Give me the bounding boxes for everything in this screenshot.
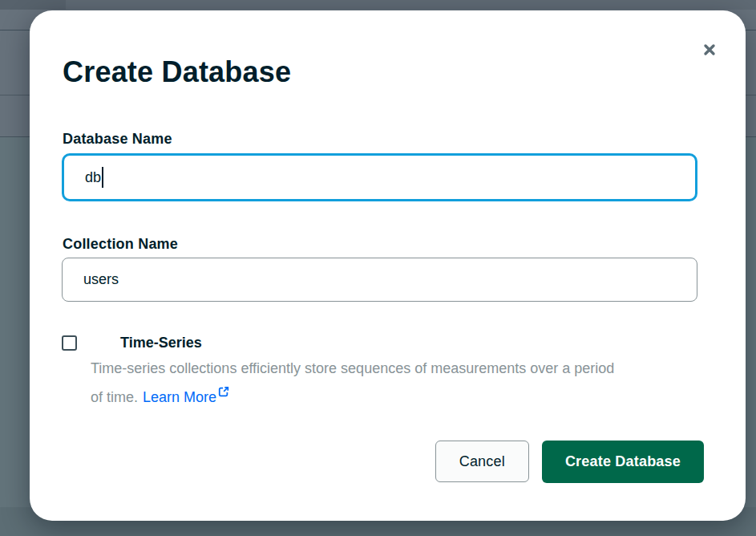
collection-name-label: Collection Name — [63, 236, 178, 253]
create-database-button[interactable]: Create Database — [542, 441, 704, 483]
database-name-input[interactable] — [62, 153, 697, 201]
create-database-modal: Create Database Database Name Collection… — [30, 10, 746, 521]
learn-more-link[interactable]: Learn More — [143, 389, 216, 405]
database-name-input-wrapper — [62, 153, 697, 201]
modal-footer: Cancel Create Database — [435, 441, 704, 483]
screen: Create Database Database Name Collection… — [0, 0, 756, 536]
time-series-label[interactable]: Time-Series — [120, 335, 202, 351]
time-series-checkbox[interactable] — [62, 335, 77, 351]
modal-title: Create Database — [63, 55, 291, 90]
database-name-label: Database Name — [63, 131, 172, 148]
background-topbar-logo-area — [0, 0, 66, 10]
text-cursor — [102, 167, 103, 188]
close-button[interactable] — [697, 38, 722, 62]
external-link-icon — [218, 384, 229, 400]
description-line-2: of time. — [91, 389, 138, 405]
background-topbar — [0, 0, 756, 10]
close-icon — [702, 43, 717, 57]
collection-name-input-wrapper — [62, 258, 697, 302]
description-line-1: Time-series collections efficiently stor… — [91, 360, 614, 376]
time-series-description: Time-series collections efficiently stor… — [91, 356, 728, 409]
collection-name-input[interactable] — [62, 258, 697, 302]
cancel-button[interactable]: Cancel — [435, 441, 529, 482]
